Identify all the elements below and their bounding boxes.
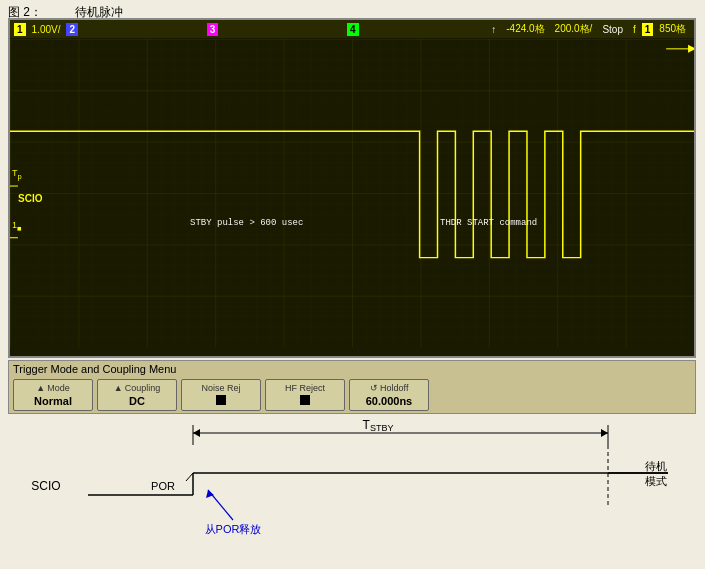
svg-marker-8 [193,429,200,437]
svg-text:待机: 待机 [645,460,667,472]
svg-text:模式: 模式 [645,475,667,487]
offset-value: -424.0格 [502,22,548,36]
scio-channel-label: SCIO [18,193,42,204]
fig-title: 待机脉冲 [75,5,123,19]
svg-text:TSTBY: TSTBY [363,418,394,433]
svg-line-18 [186,473,193,481]
thdr-text: THDR START command [440,218,537,228]
trigger-icon: f [629,24,640,35]
oscilloscope-screen: 1 1.00V/ 2 3 4 ↑ -424.0格 200.0格/ Stop f … [8,18,696,358]
hf-reject-value [300,395,310,407]
ch1-indicator: 1 [14,23,26,36]
tp-marker: Tp [12,168,22,181]
trigger-menu: Trigger Mode and Coupling Menu ▲ Mode No… [8,360,696,414]
menu-buttons-row: ▲ Mode Normal ▲ Coupling DC Noise Rej HF… [13,379,691,411]
hf-reject-indicator [300,395,310,405]
trigger-ch: 1 [642,23,654,36]
mode-button[interactable]: ▲ Mode Normal [13,379,93,411]
noise-rej-button[interactable]: Noise Rej [181,379,261,411]
svg-text:POR: POR [151,480,175,492]
noise-rej-label: Noise Rej [201,383,240,393]
svg-marker-9 [601,429,608,437]
coupling-value: DC [129,395,145,407]
noise-rej-indicator [216,395,226,405]
timing-diagram: TSTBY SCIO POR 从POR释放 待机 模式 [8,415,696,560]
holdoff-value: 60.000ns [366,395,412,407]
ch3-indicator: 3 [207,23,219,36]
menu-title: Trigger Mode and Coupling Menu [13,363,691,375]
svg-rect-2 [10,39,694,347]
status-bar: 1 1.00V/ 2 3 4 ↑ -424.0格 200.0格/ Stop f … [10,20,694,38]
mode-value: Normal [34,395,72,407]
mode-label: ▲ Mode [36,383,69,393]
trigger-val: 850格 [655,22,690,36]
ch4-indicator: 4 [347,23,359,36]
coupling-button[interactable]: ▲ Coupling DC [97,379,177,411]
svg-marker-20 [206,490,214,498]
cursor-icon: ↑ [487,24,500,35]
coupling-label: ▲ Coupling [114,383,160,393]
noise-rej-value [216,395,226,407]
fig-number: 图 2： [8,5,42,19]
hf-reject-label: HF Reject [285,383,325,393]
holdoff-button[interactable]: ↺ Holdoff 60.000ns [349,379,429,411]
svg-text:SCIO: SCIO [31,479,60,493]
svg-text:从POR释放: 从POR释放 [205,523,262,535]
hf-reject-button[interactable]: HF Reject [265,379,345,411]
holdoff-label: ↺ Holdoff [370,383,409,393]
waveform-grid: STBY pulse > 600 usec THDR START command… [10,38,694,348]
stby-text: STBY pulse > 600 usec [190,218,303,228]
ch2-indicator: 2 [66,23,78,36]
trigger-status: Stop [598,24,627,35]
ch1-scale: 1.00V/ [28,24,65,35]
level-marker: 1■ [12,220,22,233]
timebase-value: 200.0格/ [551,22,597,36]
